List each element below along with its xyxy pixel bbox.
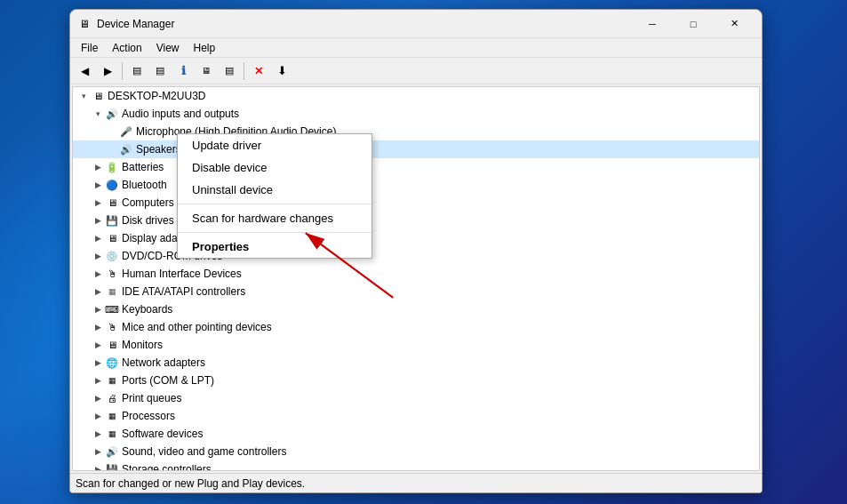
expand-proc-icon: ▶: [91, 409, 105, 423]
software-label: Software devices: [122, 428, 203, 440]
main-content: ▾ 🖥 DESKTOP-M2UU3D ▾ 🔊 Audio inputs and …: [70, 84, 762, 473]
menu-help[interactable]: Help: [187, 40, 223, 56]
expand-net-icon: ▶: [91, 356, 105, 370]
close-button[interactable]: ✕: [714, 10, 755, 38]
tree-item-dvd[interactable]: ▶ 💿 DVD/CD-ROM drives: [73, 247, 759, 265]
titlebar-icon: 🖥: [77, 17, 92, 31]
audio-label: Audio inputs and outputs: [122, 108, 239, 120]
audio-icon: 🔊: [105, 107, 119, 121]
expand-hid-icon: ▶: [91, 267, 105, 281]
tree-item-speakers[interactable]: 🔊 Speakers (High Definition Audio Device…: [73, 140, 759, 158]
ports-label: Ports (COM & LPT): [122, 374, 214, 387]
expand-sound-icon: ▶: [91, 444, 105, 459]
expand-bt-icon: ▶: [91, 178, 105, 192]
storage-icon: 💾: [105, 462, 119, 471]
toolbar-separator-2: [244, 62, 244, 80]
tree-item-disk[interactable]: ▶ 💾 Disk drives: [73, 212, 759, 229]
monitors-label: Monitors: [122, 339, 163, 351]
ide-label: IDE ATA/ATAPI controllers: [122, 285, 245, 298]
processors-label: Processors: [122, 410, 175, 422]
ctx-update-driver[interactable]: Update driver: [178, 134, 372, 156]
root-label: DESKTOP-M2UU3D: [108, 90, 205, 102]
tree-item-software[interactable]: ▶ ▦ Software devices: [73, 425, 759, 443]
tree-item-audio[interactable]: ▾ 🔊 Audio inputs and outputs: [73, 105, 759, 123]
minimize-button[interactable]: ─: [632, 10, 673, 38]
expand-ports-icon: ▶: [91, 373, 105, 388]
tree-item-network[interactable]: ▶ 🌐 Network adapters: [73, 354, 759, 372]
statusbar: Scan for changed or new Plug and Play de…: [70, 473, 762, 492]
tree-item-display[interactable]: ▶ 🖥 Display adapters: [73, 229, 759, 247]
menu-view[interactable]: View: [149, 40, 187, 56]
menu-file[interactable]: File: [74, 40, 105, 56]
dvd-icon: 💿: [105, 249, 119, 263]
tree-item-hid[interactable]: ▶ 🖱 Human Interface Devices: [73, 265, 759, 283]
tree-item-ports[interactable]: ▶ ▦ Ports (COM & LPT): [73, 372, 759, 389]
tree-item-microphone[interactable]: 🎤 Microphone (High Definition Audio Devi…: [73, 123, 759, 140]
computers-icon: 🖥: [105, 196, 119, 210]
sound-icon: 🔊: [105, 444, 119, 459]
tree-item-sound[interactable]: ▶ 🔊 Sound, video and game controllers: [73, 443, 759, 460]
tree-item-storage[interactable]: ▶ 💾 Storage controllers: [73, 460, 759, 471]
batteries-label: Batteries: [122, 161, 164, 173]
troubleshoot-button[interactable]: ▤: [219, 60, 240, 82]
ctx-properties[interactable]: Properties: [178, 236, 372, 258]
ctx-scan-hardware[interactable]: Scan for hardware changes: [178, 207, 372, 229]
ctx-sep-1: [178, 204, 372, 204]
expand-root-icon: ▾: [76, 89, 91, 103]
update-driver-button[interactable]: ▤: [149, 60, 171, 82]
ctx-uninstall-device[interactable]: Uninstall device: [178, 179, 372, 201]
tree-item-computers[interactable]: ▶ 🖥 Computers: [73, 194, 759, 212]
ctx-disable-device[interactable]: Disable device: [178, 156, 372, 179]
expand-mice-icon: ▶: [91, 320, 105, 334]
toolbar: ◀ ▶ ▤ ▤ ℹ 🖥 ▤ ✕ ⬇: [70, 58, 762, 84]
software-icon: ▦: [105, 427, 119, 441]
mice-label: Mice and other pointing devices: [122, 321, 272, 333]
expand-soft-icon: ▶: [91, 427, 105, 441]
titlebar: 🖥 Device Manager ─ □ ✕: [70, 10, 762, 38]
help-button[interactable]: ℹ: [172, 60, 194, 82]
tree-item-ide[interactable]: ▶ ▦ IDE ATA/ATAPI controllers: [73, 283, 759, 300]
titlebar-title: Device Manager: [97, 18, 632, 30]
toolbar-separator-1: [122, 62, 123, 80]
statusbar-text: Scan for changed or new Plug and Play de…: [76, 477, 305, 490]
expand-spk-icon: [105, 142, 119, 156]
tree-item-batteries[interactable]: ▶ 🔋 Batteries: [73, 158, 759, 176]
menu-action[interactable]: Action: [105, 40, 148, 56]
expand-stor-icon: ▶: [91, 462, 105, 471]
network-icon: 🌐: [105, 356, 119, 370]
expand-ide-icon: ▶: [91, 284, 105, 299]
mic-icon: 🎤: [119, 124, 133, 139]
expand-kb-icon: ▶: [91, 302, 105, 316]
tree-item-bluetooth[interactable]: ▶ 🔵 Bluetooth: [73, 176, 759, 194]
expand-disk-icon: ▶: [91, 213, 105, 228]
context-menu: Update driver Disable device Uninstall d…: [177, 133, 372, 259]
print-label: Print queues: [122, 392, 181, 404]
properties-button[interactable]: ▤: [126, 60, 148, 82]
device-manager-window: 🖥 Device Manager ─ □ ✕ File Action View …: [69, 9, 763, 493]
back-button[interactable]: ◀: [74, 60, 95, 82]
tree-item-mice[interactable]: ▶ 🖱 Mice and other pointing devices: [73, 318, 759, 336]
disk-icon: 💾: [105, 213, 119, 228]
tree-root[interactable]: ▾ 🖥 DESKTOP-M2UU3D: [73, 87, 759, 105]
tree-item-print[interactable]: ▶ 🖨 Print queues: [73, 389, 759, 407]
expand-comp-icon: ▶: [91, 196, 105, 210]
keyboards-label: Keyboards: [122, 303, 172, 316]
expand-mic-icon: [105, 124, 119, 139]
expand-disp-icon: ▶: [91, 231, 105, 245]
tree-item-processors[interactable]: ▶ ▦ Processors: [73, 407, 759, 425]
scan-hardware-button[interactable]: ⬇: [271, 60, 292, 82]
expand-audio-icon: ▾: [91, 107, 105, 121]
uninstall-button[interactable]: ✕: [248, 60, 269, 82]
ports-icon: ▦: [105, 373, 119, 388]
hid-icon: 🖱: [105, 267, 119, 281]
maximize-button[interactable]: □: [673, 10, 714, 38]
menubar: File Action View Help: [70, 38, 762, 58]
add-hardware-button[interactable]: 🖥: [196, 60, 217, 82]
monitor-icon: 🖥: [105, 338, 119, 352]
bluetooth-label: Bluetooth: [122, 179, 167, 191]
bluetooth-icon: 🔵: [105, 178, 119, 192]
tree-item-keyboards[interactable]: ▶ ⌨ Keyboards: [73, 300, 759, 318]
tree-item-monitors[interactable]: ▶ 🖥 Monitors: [73, 336, 759, 354]
device-tree[interactable]: ▾ 🖥 DESKTOP-M2UU3D ▾ 🔊 Audio inputs and …: [72, 86, 760, 471]
forward-button[interactable]: ▶: [97, 60, 118, 82]
